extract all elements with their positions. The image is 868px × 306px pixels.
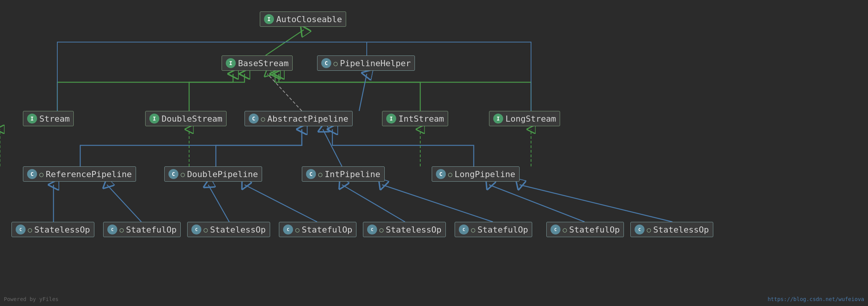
node-statelessop-4: C ○ StatelessOp bbox=[630, 222, 713, 237]
label-statefulop-4: StatefulOp bbox=[569, 225, 620, 234]
label-pipelinehelper: PipelineHelper bbox=[340, 59, 411, 68]
attribution: https://blog.csdn.net/wufeiova bbox=[768, 296, 864, 302]
badge-doublepipeline: C bbox=[168, 169, 178, 179]
dot-referencepipeline: ○ bbox=[39, 170, 44, 178]
node-referencepipeline: C ○ ReferencePipeline bbox=[23, 166, 136, 182]
node-statelessop-3: C ○ StatelessOp bbox=[363, 222, 446, 237]
badge-statelessop-1: C bbox=[16, 225, 26, 234]
node-doublestream: I DoubleStream bbox=[145, 111, 227, 126]
dot-statefulop-2: ○ bbox=[295, 226, 300, 234]
badge-statefulop-3: C bbox=[459, 225, 469, 234]
label-statefulop-2: StatefulOp bbox=[302, 225, 352, 234]
svg-line-6 bbox=[359, 74, 367, 111]
badge-autocloseable: I bbox=[264, 14, 274, 24]
svg-line-10 bbox=[107, 185, 141, 222]
dot-pipelinehelper: ○ bbox=[334, 59, 338, 67]
badge-stream: I bbox=[27, 114, 37, 124]
label-basestream: BaseStream bbox=[238, 59, 288, 68]
label-intpipeline: IntPipeline bbox=[325, 169, 381, 179]
dot-statefulop-1: ○ bbox=[120, 226, 124, 234]
node-longpipeline: C ○ LongPipeline bbox=[432, 166, 520, 182]
badge-pipelinehelper: C bbox=[321, 58, 331, 68]
label-statelessop-4: StatelessOp bbox=[653, 225, 709, 234]
badge-statefulop-4: C bbox=[551, 225, 560, 234]
node-abstractpipeline: C ○ AbstractPipeline bbox=[245, 111, 353, 126]
dot-doublepipeline: ○ bbox=[181, 170, 185, 178]
node-statefulop-1: C ○ StatefulOp bbox=[103, 222, 181, 237]
connections-svg bbox=[0, 0, 868, 306]
svg-line-4 bbox=[266, 30, 304, 55]
badge-referencepipeline: C bbox=[27, 169, 37, 179]
svg-line-5 bbox=[267, 74, 302, 111]
svg-line-13 bbox=[342, 185, 405, 222]
node-stream: I Stream bbox=[23, 111, 74, 126]
badge-intpipeline: C bbox=[306, 169, 316, 179]
label-referencepipeline: ReferencePipeline bbox=[46, 169, 132, 179]
badge-abstractpipeline: C bbox=[249, 114, 259, 124]
label-statefulop-1: StatefulOp bbox=[126, 225, 177, 234]
svg-line-15 bbox=[489, 185, 585, 222]
badge-intstream: I bbox=[386, 114, 396, 124]
badge-statelessop-3: C bbox=[367, 225, 377, 234]
diagram-container: I AutoCloseable I BaseStream C ○ Pipelin… bbox=[0, 0, 868, 306]
dot-abstractpipeline: ○ bbox=[261, 115, 265, 123]
dot-intpipeline: ○ bbox=[318, 170, 322, 178]
svg-line-16 bbox=[520, 185, 672, 222]
badge-basestream: I bbox=[226, 58, 236, 68]
dot-statelessop-4: ○ bbox=[647, 226, 651, 234]
dot-statefulop-3: ○ bbox=[471, 226, 475, 234]
label-statelessop-1: StatelessOp bbox=[34, 225, 90, 234]
node-autocloseable: I AutoCloseable bbox=[260, 11, 346, 27]
node-statefulop-4: C ○ StatefulOp bbox=[546, 222, 624, 237]
badge-statelessop-4: C bbox=[635, 225, 645, 234]
dot-statelessop-1: ○ bbox=[28, 226, 32, 234]
node-basestream: I BaseStream bbox=[222, 55, 293, 71]
badge-longpipeline: C bbox=[436, 169, 446, 179]
label-statefulop-3: StatefulOp bbox=[478, 225, 528, 234]
badge-longstream: I bbox=[493, 114, 503, 124]
attribution-text: https://blog.csdn.net/wufeiova bbox=[768, 296, 864, 302]
dot-statelessop-3: ○ bbox=[379, 226, 384, 234]
node-statelessop-1: C ○ StatelessOp bbox=[11, 222, 94, 237]
dot-statefulop-4: ○ bbox=[563, 226, 567, 234]
svg-line-14 bbox=[382, 185, 493, 222]
label-statelessop-3: StatelessOp bbox=[386, 225, 442, 234]
label-abstractpipeline: AbstractPipeline bbox=[267, 114, 348, 124]
svg-line-12 bbox=[245, 185, 317, 222]
node-pipelinehelper: C ○ PipelineHelper bbox=[317, 55, 415, 71]
node-statelessop-2: C ○ StatelessOp bbox=[187, 222, 270, 237]
node-doublepipeline: C ○ DoublePipeline bbox=[164, 166, 262, 182]
dot-longpipeline: ○ bbox=[448, 170, 452, 178]
node-longstream: I LongStream bbox=[489, 111, 560, 126]
node-statefulop-3: C ○ StatefulOp bbox=[455, 222, 532, 237]
svg-line-11 bbox=[208, 185, 229, 222]
label-statelessop-2: StatelessOp bbox=[210, 225, 266, 234]
label-doublestream: DoubleStream bbox=[162, 114, 222, 124]
watermark: Powered by yFiles bbox=[4, 296, 58, 302]
label-autocloseable: AutoCloseable bbox=[276, 15, 342, 24]
label-longstream: LongStream bbox=[505, 114, 556, 124]
watermark-text: Powered by yFiles bbox=[4, 296, 58, 302]
node-intstream: I IntStream bbox=[382, 111, 448, 126]
node-statefulop-2: C ○ StatefulOp bbox=[279, 222, 356, 237]
badge-doublestream: I bbox=[149, 114, 159, 124]
dot-statelessop-2: ○ bbox=[204, 226, 208, 234]
badge-statefulop-2: C bbox=[283, 225, 293, 234]
badge-statefulop-1: C bbox=[107, 225, 117, 234]
label-doublepipeline: DoublePipeline bbox=[187, 169, 258, 179]
label-longpipeline: LongPipeline bbox=[455, 169, 515, 179]
label-intstream: IntStream bbox=[398, 114, 444, 124]
badge-statelessop-2: C bbox=[191, 225, 201, 234]
svg-line-8 bbox=[323, 129, 342, 166]
node-intpipeline: C ○ IntPipeline bbox=[302, 166, 385, 182]
label-stream: Stream bbox=[39, 114, 70, 124]
